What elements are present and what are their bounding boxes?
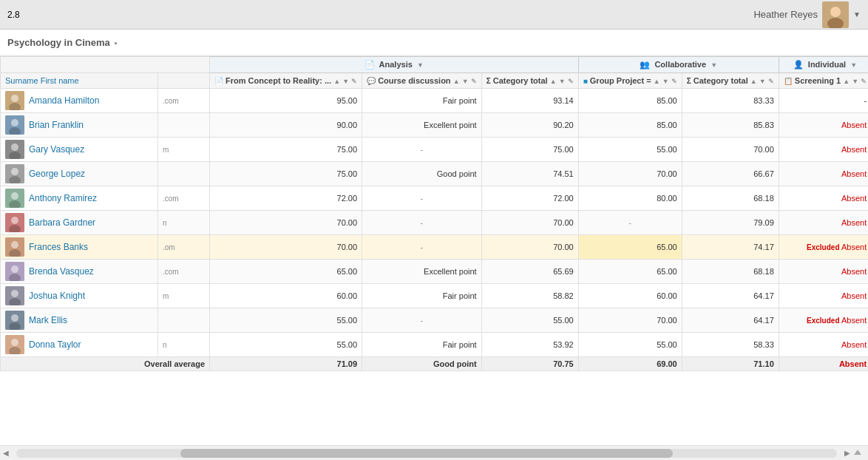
screening1-sort-up[interactable]: ▲ [843,78,850,85]
student-name-link[interactable]: Donna Taylor [29,339,81,350]
scroll-thumb[interactable] [180,449,673,458]
avg-gp: 69.00 [578,357,682,371]
table-row: Mark Ellis 55.00-55.0070.0064.17Excluded… [1,308,869,333]
analysis-filter[interactable]: ▼ [417,61,424,69]
student-name-link[interactable]: Brenda Vasquez [29,266,94,277]
student-name-link[interactable]: George Lopez [29,169,85,179]
table-row: Donna Taylor n55.00Fair point53.9255.005… [1,333,869,357]
screening1-icon: 📋 [784,77,793,85]
cattotal2-sort-up[interactable]: ▲ [750,78,757,85]
discussion-sort-down[interactable]: ▼ [462,78,469,85]
cat-total-1: 53.92 [481,333,578,357]
student-name-link[interactable]: Amanda Hamilton [29,95,99,106]
dropdown-arrow[interactable]: ▼ [853,10,861,18]
gp-sort-down[interactable]: ▼ [662,78,669,85]
student-email [158,308,210,333]
screening1-edit[interactable]: ✎ [861,78,867,85]
cat-total-1: 65.69 [481,260,578,284]
discussion-score: Excellent point [362,260,482,284]
concept-score: 75.00 [210,138,362,162]
group-project-score: 70.00 [578,308,682,333]
screening1-sort-down[interactable]: ▼ [852,78,858,85]
cattotal1-sort-up[interactable]: ▲ [550,78,557,85]
scroll-left-btn[interactable]: ◀ [3,449,9,457]
student-name-link[interactable]: Joshua Knight [29,291,85,301]
student-email: m [158,138,210,162]
svg-point-13 [11,168,18,175]
col-name[interactable]: Surname First name [1,73,158,89]
student-avatar [5,164,24,183]
scroll-area[interactable] [16,449,837,458]
concept-label: From Concept to Reality: ... [226,76,331,85]
average-row: Overall average71.09Good point70.7569.00… [1,357,869,371]
group-individual: 👤 Individual ▼ [779,57,868,73]
cat-total-2: 79.09 [682,211,779,235]
col-concept[interactable]: 📄 From Concept to Reality: ... ▲ ▼ ✎ [210,73,362,89]
cattotal2-edit[interactable]: ✎ [768,78,774,85]
student-name-link[interactable]: Brian Franklin [29,120,84,130]
cattotal1-icon: Σ [486,77,491,85]
student-name-cell: Barbara Gardner [1,211,158,235]
gp-label: Group Project = [590,76,651,85]
student-avatar [5,213,24,232]
svg-point-10 [11,143,18,151]
discussion-edit[interactable]: ✎ [471,78,477,85]
group-project-score: 85.00 [578,89,682,113]
concept-score: 75.00 [210,162,362,186]
table-wrapper[interactable]: 📄 Analysis ▼ 👥 Collaborative ▼ 👤 Individ… [0,56,868,445]
concept-score: 60.00 [210,284,362,308]
concept-sort-down[interactable]: ▼ [342,78,349,85]
col-groupproject[interactable]: ■ Group Project = ▲ ▼ ✎ [578,73,682,89]
col-cattotal1[interactable]: Σ Category total ▲ ▼ ✎ [481,73,578,89]
group-project-score: 80.00 [578,186,682,211]
group-project-score: 70.00 [578,162,682,186]
cat-total-2: 66.67 [682,162,779,186]
student-name-link[interactable]: Frances Banks [29,242,88,252]
cattotal1-edit[interactable]: ✎ [568,78,574,85]
scroll-right-btn[interactable]: ▶ [844,449,850,457]
cattotal1-sort-down[interactable]: ▼ [559,78,566,85]
gp-edit[interactable]: ✎ [671,78,677,85]
student-name-link[interactable]: Gary Vasquez [29,144,84,155]
cat-total-2: 70.00 [682,138,779,162]
student-email [158,113,210,138]
screening1-label: Screening 1 [795,76,841,85]
group-header-row: 📄 Analysis ▼ 👥 Collaborative ▼ 👤 Individ… [1,57,869,73]
col-discussion[interactable]: 💬 Course discussion ▲ ▼ ✎ [362,73,482,89]
svg-point-31 [11,314,18,322]
col-name-label: Surname First name [5,76,79,85]
svg-point-34 [11,339,18,346]
cattotal2-sort-down[interactable]: ▼ [759,78,766,85]
discussion-icon: 💬 [367,77,376,85]
student-name-link[interactable]: Barbara Gardner [29,217,95,228]
col-screening1[interactable]: 📋 Screening 1 ▲ ▼ ✎ [779,73,868,89]
svg-point-22 [11,241,18,248]
student-name-cell: Joshua Knight [1,284,158,308]
group-project-score: 85.00 [578,113,682,138]
concept-edit[interactable]: ✎ [351,78,357,85]
corner-icon [852,448,863,459]
concept-score: 72.00 [210,186,362,211]
gp-sort-up[interactable]: ▲ [654,78,660,85]
table-row: Anthony Ramirez .com72.00-72.0080.0068.1… [1,186,869,211]
discussion-sort-up[interactable]: ▲ [453,78,460,85]
student-name-link[interactable]: Mark Ellis [29,315,67,325]
group-project-score: 60.00 [578,284,682,308]
avg-cat1: 70.75 [481,357,578,371]
student-name-link[interactable]: Anthony Ramirez [29,193,97,203]
group-project-score: 55.00 [578,138,682,162]
grades-table: 📄 Analysis ▼ 👥 Collaborative ▼ 👤 Individ… [0,56,868,371]
topbar: 2.8 Heather Reyes ▼ [0,0,868,30]
individual-filter[interactable]: ▼ [850,61,857,69]
discussion-score: Good point [362,162,482,186]
student-avatar [5,335,24,354]
discussion-score: - [362,211,482,235]
concept-sort-up[interactable]: ▲ [333,78,340,85]
student-email: m [158,284,210,308]
concept-score: 90.00 [210,113,362,138]
screening1-score: Absent [779,333,868,357]
student-avatar [5,115,24,135]
col-cattotal2[interactable]: Σ Category total ▲ ▼ ✎ [682,73,779,89]
scroll-corner-btn[interactable] [850,447,865,460]
collab-filter[interactable]: ▼ [711,61,717,69]
